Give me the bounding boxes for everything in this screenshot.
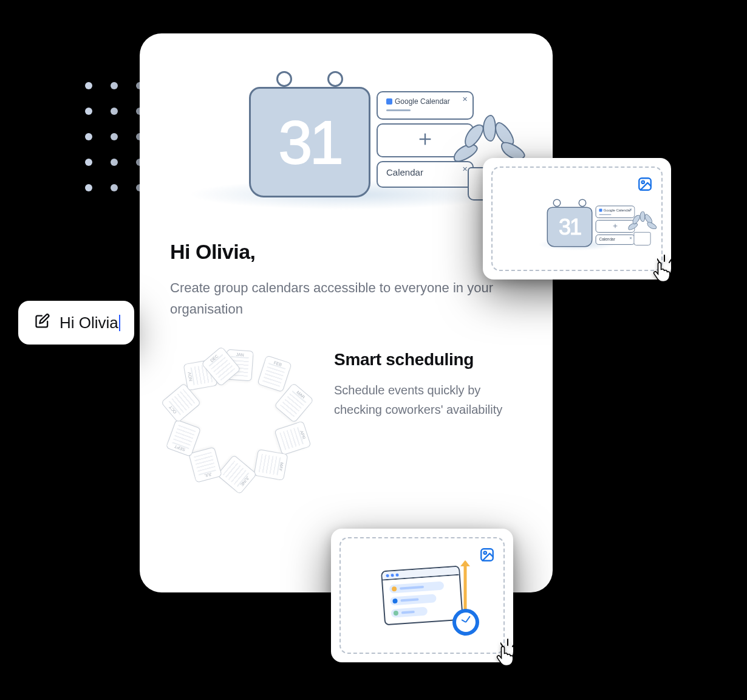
calendar-wheel-illustration: JAN FEB MAR APR MAY JUNE JUL SEPT OCT NO… [170, 350, 310, 490]
clock-icon [452, 609, 479, 636]
svg-point-3 [642, 181, 644, 184]
calendar-pad-illustration: 31 [249, 76, 370, 197]
calendar-label: Calendar [386, 167, 464, 177]
edit-icon [34, 313, 51, 332]
section-body: Schedule events quickly by checking cowo… [334, 380, 516, 419]
image-dropzone-hero[interactable]: 31 ✕Google Calendar ✕Calendar [483, 158, 671, 280]
editor-text[interactable]: Hi Olivia [60, 314, 118, 332]
google-calendar-label: Google Calendar [395, 97, 450, 106]
greeting-body: Create group calendars accessible to eve… [170, 277, 510, 320]
section-title: Smart scheduling [334, 350, 516, 369]
email-preview-card: 31 ✕ Google Calendar ✕ Calendar [140, 33, 553, 592]
hero-illustration: 31 ✕ Google Calendar ✕ Calendar [170, 58, 522, 216]
close-icon: ✕ [462, 95, 468, 103]
calendar-day-number: 31 [278, 108, 341, 177]
hero-thumbnail: 31 ✕Google Calendar ✕Calendar [535, 198, 619, 249]
image-icon [635, 174, 655, 194]
decorative-dot-grid [85, 82, 143, 191]
greeting-title: Hi Olivia, [170, 240, 522, 264]
scheduling-thumbnail [341, 538, 503, 653]
image-dropzone-section[interactable] [331, 529, 513, 662]
inline-text-editor[interactable]: Hi Olivia [18, 301, 134, 345]
